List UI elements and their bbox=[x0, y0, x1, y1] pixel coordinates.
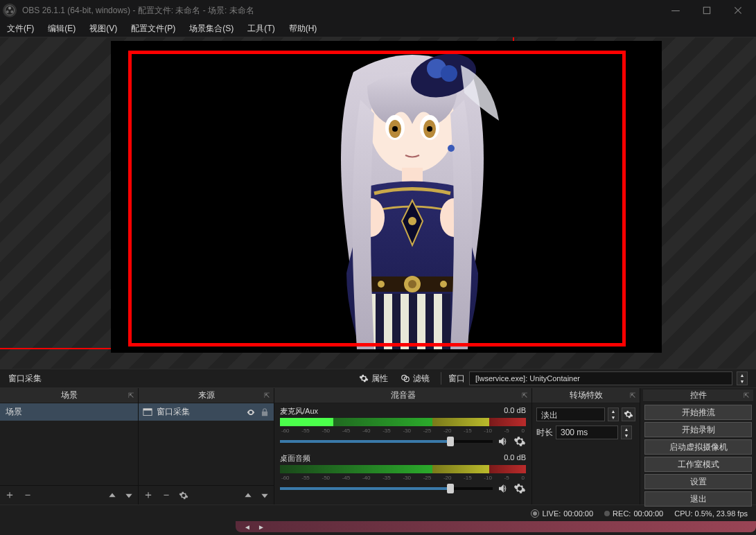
cpu-status: CPU: 0.5%, 23.98 fps bbox=[674, 509, 748, 518]
scene-item[interactable]: 场景 bbox=[0, 403, 138, 421]
svg-point-2 bbox=[6, 10, 9, 13]
mixer-title: 混音器 bbox=[391, 389, 416, 401]
menu-scenecol[interactable]: 场景集合(S) bbox=[182, 21, 240, 37]
chevron-down-icon: ▼ bbox=[737, 378, 747, 385]
live-indicator-icon bbox=[531, 509, 539, 518]
vu-ticks: -60-55-50-45-40-35-30-25-20-15-10-50 bbox=[280, 475, 526, 481]
source-down-button[interactable] bbox=[260, 491, 270, 500]
svg-rect-4 bbox=[671, 10, 680, 11]
mixer-channel: 麦克风/Aux0.0 dB -60-55-50-45-40-35-30-25-2… bbox=[274, 403, 531, 450]
svg-rect-41 bbox=[143, 408, 152, 410]
popout-icon[interactable]: ⇱ bbox=[744, 392, 749, 399]
window-capture-icon bbox=[143, 407, 152, 417]
mixer-panel: 混音器⇱ 麦克风/Aux0.0 dB -60-55-50-45-40-35-30… bbox=[274, 388, 532, 505]
menu-profile[interactable]: 配置文件(P) bbox=[124, 21, 182, 37]
titlebar: OBS 26.1.1 (64-bit, windows) - 配置文件: 未命名… bbox=[0, 0, 756, 21]
minimize-button[interactable] bbox=[660, 0, 691, 21]
live-status: LIVE: 00:00:00 bbox=[531, 509, 593, 518]
sources-title: 来源 bbox=[198, 389, 215, 401]
svg-point-3 bbox=[10, 10, 13, 13]
duration-input[interactable]: 300 ms bbox=[556, 426, 618, 439]
popout-icon[interactable]: ⇱ bbox=[264, 392, 270, 399]
channel-name: 麦克风/Aux bbox=[280, 406, 318, 416]
transitions-panel: 转场特效⇱ 淡出 ▲▼ 时长 300 ms ▲▼ bbox=[532, 388, 640, 505]
source-toolbar: 窗口采集 属性 滤镜 窗口 [lwservice.exe]: UnityCont… bbox=[0, 369, 756, 388]
close-button[interactable] bbox=[722, 0, 753, 21]
window-select-spinner[interactable]: ▲▼ bbox=[737, 371, 748, 385]
window-title: OBS 26.1.1 (64-bit, windows) - 配置文件: 未命名… bbox=[22, 5, 660, 17]
sources-panel: 来源⇱ 窗口采集 ＋ － bbox=[139, 388, 274, 505]
window-select[interactable]: [lwservice.exe]: UnityContainer bbox=[469, 371, 732, 385]
menu-help[interactable]: 帮助(H) bbox=[282, 21, 324, 37]
channel-db: 0.0 dB bbox=[504, 406, 526, 416]
transition-settings-button[interactable] bbox=[622, 407, 635, 421]
source-toolbar-label: 窗口采集 bbox=[8, 373, 42, 385]
channel-name: 桌面音频 bbox=[280, 453, 310, 464]
control-button-3[interactable]: 工作室模式 bbox=[644, 457, 752, 472]
transition-spinner[interactable]: ▲▼ bbox=[608, 407, 619, 421]
control-button-0[interactable]: 开始推流 bbox=[644, 405, 752, 420]
controls-title: 控件 bbox=[690, 389, 707, 401]
speaker-icon[interactable] bbox=[497, 482, 509, 495]
mixer-channel: 桌面音频0.0 dB -60-55-50-45-40-35-30-25-20-1… bbox=[274, 450, 531, 498]
scenes-title: 场景 bbox=[61, 389, 78, 401]
menubar: 文件(F) 编辑(E) 视图(V) 配置文件(P) 场景集合(S) 工具(T) … bbox=[0, 21, 756, 37]
popout-icon[interactable]: ⇱ bbox=[522, 392, 527, 399]
remove-source-button[interactable]: － bbox=[161, 488, 172, 502]
source-up-button[interactable] bbox=[243, 491, 253, 500]
chevron-up-icon: ▲ bbox=[737, 372, 747, 378]
window-field-label: 窗口 bbox=[448, 373, 465, 385]
vu-ticks: -60-55-50-45-40-35-30-25-20-15-10-50 bbox=[280, 428, 526, 434]
volume-slider[interactable] bbox=[280, 440, 493, 443]
filters-button[interactable]: 滤镜 bbox=[396, 371, 434, 386]
popout-icon[interactable]: ⇱ bbox=[128, 392, 134, 399]
speaker-icon[interactable] bbox=[497, 435, 509, 448]
lock-icon[interactable] bbox=[260, 407, 270, 417]
scenes-panel: 场景⇱ 场景 ＋ － bbox=[0, 388, 139, 505]
remove-scene-button[interactable]: － bbox=[22, 488, 33, 502]
taskbar-strip: ◄ ► bbox=[236, 521, 756, 532]
menu-file[interactable]: 文件(F) bbox=[0, 21, 41, 37]
rec-status: REC: 00:00:00 bbox=[604, 509, 663, 518]
nav-fwd-icon[interactable]: ► bbox=[258, 523, 265, 531]
popout-icon[interactable]: ⇱ bbox=[630, 392, 635, 399]
vu-meter bbox=[280, 465, 526, 473]
transition-select[interactable]: 淡出 bbox=[536, 407, 605, 421]
visibility-icon[interactable] bbox=[246, 407, 256, 417]
menu-tools[interactable]: 工具(T) bbox=[240, 21, 281, 37]
add-source-button[interactable]: ＋ bbox=[143, 488, 154, 502]
control-button-2[interactable]: 启动虚拟摄像机 bbox=[644, 439, 752, 455]
rec-indicator-icon bbox=[604, 511, 610, 516]
source-item-label: 窗口采集 bbox=[157, 406, 190, 418]
nav-back-icon[interactable]: ◄ bbox=[244, 523, 251, 531]
menu-view[interactable]: 视图(V) bbox=[82, 21, 124, 37]
scene-down-button[interactable] bbox=[124, 491, 134, 500]
control-button-5[interactable]: 退出 bbox=[644, 491, 752, 507]
channel-settings-icon[interactable] bbox=[513, 482, 526, 495]
control-button-4[interactable]: 设置 bbox=[644, 474, 752, 489]
source-item[interactable]: 窗口采集 bbox=[139, 403, 274, 421]
scene-up-button[interactable] bbox=[107, 491, 117, 500]
controls-panel: 控件⇱ 开始推流开始录制启动虚拟摄像机工作室模式设置退出 bbox=[640, 388, 756, 505]
svg-rect-5 bbox=[703, 7, 710, 13]
source-settings-button[interactable] bbox=[179, 491, 188, 500]
source-selection-box[interactable] bbox=[128, 51, 626, 347]
transitions-title: 转场特效 bbox=[570, 389, 603, 401]
volume-slider[interactable] bbox=[280, 487, 493, 490]
properties-button[interactable]: 属性 bbox=[355, 371, 392, 386]
channel-db: 0.0 dB bbox=[504, 453, 526, 464]
channel-settings-icon[interactable] bbox=[513, 435, 526, 448]
menu-edit[interactable]: 编辑(E) bbox=[41, 21, 82, 37]
properties-label: 属性 bbox=[371, 373, 388, 385]
vu-meter bbox=[280, 418, 526, 426]
svg-point-1 bbox=[8, 7, 11, 10]
control-button-1[interactable]: 开始录制 bbox=[644, 422, 752, 437]
maximize-button[interactable] bbox=[691, 0, 722, 21]
obs-logo-icon bbox=[3, 3, 17, 17]
add-scene-button[interactable]: ＋ bbox=[4, 488, 15, 502]
preview-area[interactable] bbox=[0, 37, 756, 369]
duration-spinner[interactable]: ▲▼ bbox=[621, 426, 632, 439]
duration-label: 时长 bbox=[536, 427, 553, 439]
filters-label: 滤镜 bbox=[413, 373, 430, 385]
